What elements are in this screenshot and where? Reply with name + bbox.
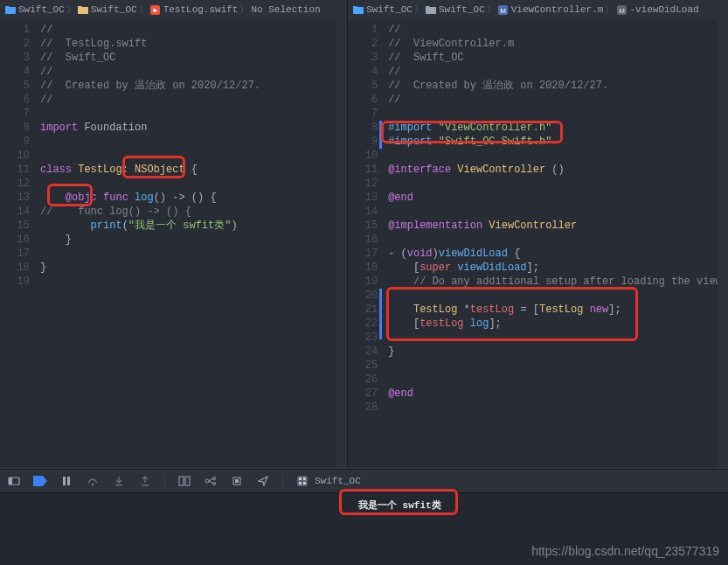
code-line[interactable]	[388, 373, 728, 387]
code-line[interactable]: @end	[388, 191, 728, 205]
breadcrumb-right[interactable]: Swift_OC〉Swift_OC〉MViewController.m〉M-vi…	[348, 0, 728, 19]
code-line[interactable]: //	[388, 93, 728, 107]
method-icon: M	[616, 4, 627, 15]
breadcrumb-label: ViewController.m	[511, 4, 604, 15]
breadcrumb-label: -viewDidLoad	[629, 4, 698, 15]
code-line[interactable]: }	[388, 345, 728, 359]
code-line[interactable]: // Do any additional setup after loading…	[388, 275, 728, 289]
code-line[interactable]	[388, 149, 728, 163]
editor-left[interactable]: 12345678910111213141516171819 //// TestL…	[0, 19, 347, 468]
environment-icon[interactable]	[230, 474, 244, 488]
code-line[interactable]: print("我是一个 swfit类")	[40, 219, 347, 233]
code-line[interactable]	[40, 275, 347, 289]
code-line[interactable]: [super viewDidLoad];	[388, 261, 728, 275]
code-line[interactable]: import Foundation	[40, 121, 347, 135]
code-line[interactable]: // Created by 温治政 on 2020/12/27.	[40, 79, 347, 93]
location-icon[interactable]	[256, 474, 270, 488]
code-right[interactable]: //// ViewController.m// Swift_OC//// Cre…	[383, 19, 728, 468]
svg-rect-10	[115, 485, 122, 486]
memory-graph-icon[interactable]	[204, 474, 218, 488]
code-line[interactable]	[388, 205, 728, 219]
code-line[interactable]	[388, 331, 728, 345]
code-line[interactable]	[388, 233, 728, 247]
code-left[interactable]: //// TestLog.swift// Swift_OC//// Create…	[35, 19, 347, 468]
breadcrumb-item[interactable]: Swift_OC	[426, 4, 485, 15]
code-line[interactable]: - (void)viewDidLoad {	[388, 247, 728, 261]
code-line[interactable]: #import "Swift_OC-Swift.h"	[388, 135, 728, 149]
breadcrumb-item[interactable]: M-viewDidLoad	[616, 4, 698, 15]
line-number: 9	[348, 135, 378, 149]
code-line[interactable]: }	[40, 261, 347, 275]
line-number: 10	[0, 149, 30, 163]
code-line[interactable]: @objc func log() -> () {	[40, 191, 347, 205]
code-line[interactable]	[388, 359, 728, 373]
breadcrumb-label: Swift_OC	[439, 4, 485, 15]
breadcrumb-item[interactable]: MViewController.m	[498, 4, 604, 15]
code-line[interactable]: @implementation ViewController	[388, 219, 728, 233]
code-line[interactable]	[388, 289, 728, 303]
folder-blue-icon	[5, 4, 16, 15]
breadcrumb-item[interactable]: No Selection	[251, 4, 320, 15]
breadcrumb-item[interactable]: TestLog.swift	[150, 4, 239, 15]
debug-view-icon[interactable]	[177, 474, 191, 488]
code-line[interactable]: // Swift_OC	[40, 51, 347, 65]
line-number: 15	[0, 219, 30, 233]
minimap-left[interactable]	[336, 19, 347, 468]
code-line[interactable]: }	[40, 233, 347, 247]
code-line[interactable]: @end	[388, 387, 728, 401]
breadcrumb-item[interactable]: Swift_OC	[78, 4, 137, 15]
line-number: 8	[0, 121, 30, 135]
panel-toggle-icon[interactable]	[7, 474, 21, 488]
code-line[interactable]: TestLog *testLog = [TestLog new];	[388, 303, 728, 317]
code-line[interactable]	[40, 177, 347, 191]
svg-point-9	[92, 484, 94, 486]
step-into-icon[interactable]	[112, 474, 126, 488]
code-line[interactable]: //	[40, 93, 347, 107]
code-line[interactable]: // func log() -> () {	[40, 205, 347, 219]
breadcrumb-left[interactable]: Swift_OC〉Swift_OC〉TestLog.swift〉No Selec…	[0, 0, 347, 19]
code-line[interactable]: [testLog log];	[388, 317, 728, 331]
minimap-right[interactable]	[718, 19, 728, 468]
line-number: 5	[348, 79, 378, 93]
breadcrumb-item[interactable]: Swift_OC	[353, 4, 413, 15]
code-line[interactable]	[388, 107, 728, 121]
step-out-icon[interactable]	[138, 474, 152, 488]
code-line[interactable]	[388, 401, 728, 415]
right-pane: Swift_OC〉Swift_OC〉MViewController.m〉M-vi…	[348, 0, 728, 468]
code-line[interactable]: #import "ViewController.h"	[388, 121, 728, 135]
svg-point-16	[213, 483, 216, 485]
svg-rect-22	[299, 482, 302, 485]
code-line[interactable]: //	[40, 23, 347, 37]
code-line[interactable]: @interface ViewController ()	[388, 163, 728, 177]
code-line[interactable]: // Created by 温治政 on 2020/12/27.	[388, 79, 728, 93]
line-number: 8	[348, 121, 378, 135]
code-line[interactable]: //	[388, 23, 728, 37]
code-line[interactable]: // Swift_OC	[388, 51, 728, 65]
code-line[interactable]	[388, 177, 728, 191]
line-number: 16	[0, 233, 30, 247]
breadcrumb-label: Swift_OC	[91, 4, 137, 15]
svg-rect-19	[297, 476, 308, 486]
code-line[interactable]	[40, 247, 347, 261]
editor-right[interactable]: 1234567891011121314151617181920212223242…	[348, 19, 728, 468]
line-number: 24	[348, 345, 378, 359]
breadcrumb-item[interactable]: Swift_OC	[5, 4, 65, 15]
step-over-icon[interactable]	[86, 474, 100, 488]
code-line[interactable]	[40, 149, 347, 163]
code-line[interactable]: //	[40, 65, 347, 79]
debug-target[interactable]: Swift_OC	[295, 474, 361, 488]
code-line[interactable]	[40, 107, 347, 121]
breakpoint-icon[interactable]	[33, 474, 47, 488]
line-number: 19	[0, 275, 30, 289]
line-number: 3	[348, 51, 378, 65]
code-line[interactable]: // ViewController.m	[388, 37, 728, 51]
app-icon	[295, 474, 309, 488]
code-line[interactable]: //	[388, 65, 728, 79]
console-panel[interactable]: 我是一个 swfit类 https://blog.csdn.net/qq_235…	[0, 493, 728, 565]
code-line[interactable]: class TestLog: NSObject {	[40, 163, 347, 177]
code-line[interactable]	[40, 135, 347, 149]
line-number: 6	[348, 93, 378, 107]
pause-icon[interactable]	[59, 474, 73, 488]
svg-point-15	[213, 478, 216, 480]
code-line[interactable]: // TestLog.swift	[40, 37, 347, 51]
